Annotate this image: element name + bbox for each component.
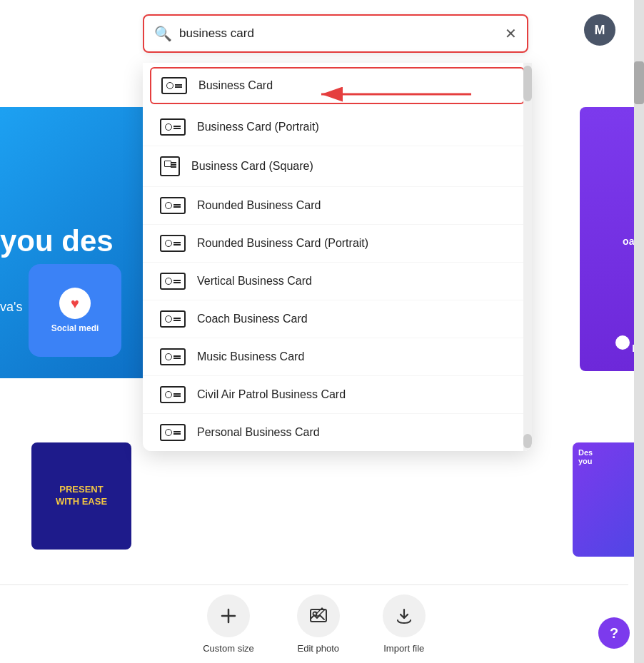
dropdown-scrollbar[interactable] <box>523 63 532 451</box>
search-dropdown: Business Card Business Card (Portrait) B… <box>143 63 532 451</box>
search-icon: 🔍 <box>154 25 172 42</box>
help-button-label: ? <box>610 625 618 642</box>
custom-size-button[interactable]: Custom size <box>203 594 254 654</box>
search-clear-button[interactable]: ✕ <box>505 25 517 42</box>
purple-bottom-card: Desyou <box>573 442 644 557</box>
search-bar[interactable]: 🔍 business card ✕ <box>143 14 528 53</box>
dropdown-item-business-card-square[interactable]: Business Card (Square) <box>143 146 532 187</box>
business-card-portrait-icon <box>160 118 186 136</box>
heart-icon: ♥ <box>59 288 91 319</box>
dropdown-item-label-portrait: Business Card (Portrait) <box>197 121 319 133</box>
edit-photo-label: Edit photo <box>297 643 339 654</box>
rounded-business-card-portrait-icon <box>160 235 186 252</box>
present-text: PRESENTWITH EASE <box>56 484 107 508</box>
bottom-toolbar: Custom size Edit photo Import file <box>0 584 628 663</box>
red-arrow <box>314 80 471 111</box>
dropdown-item-label-rounded: Rounded Business Card <box>197 199 321 212</box>
dropdown-item-personal-business-card[interactable]: Personal Business Card <box>143 414 532 451</box>
rounded-business-card-icon <box>160 197 186 214</box>
scrollbar[interactable] <box>634 0 644 663</box>
dropdown-item-label-coach: Coach Business Card <box>197 313 308 325</box>
avatar[interactable]: M <box>584 14 615 46</box>
import-file-button[interactable]: Import file <box>383 594 426 654</box>
purple-dot <box>615 335 630 350</box>
dropdown-item-music-business-card[interactable]: Music Business Card <box>143 338 532 376</box>
dropdown-item-label-rounded-portrait: Rounded Business Card (Portrait) <box>197 237 368 250</box>
business-card-icon <box>161 77 187 94</box>
vertical-business-card-icon <box>160 273 186 290</box>
dropdown-item-rounded-business-card-portrait[interactable]: Rounded Business Card (Portrait) <box>143 225 532 263</box>
avatar-initial: M <box>595 23 605 38</box>
dropdown-item-business-card-portrait[interactable]: Business Card (Portrait) <box>143 108 532 146</box>
social-media-label: Social medi <box>51 323 99 333</box>
search-input[interactable]: business card <box>179 26 505 41</box>
dropdown-item-vertical-business-card[interactable]: Vertical Business Card <box>143 263 532 300</box>
help-button[interactable]: ? <box>598 617 630 649</box>
coach-business-card-icon <box>160 310 186 328</box>
dropdown-item-label-business-card: Business Card <box>198 79 273 92</box>
music-business-card-icon <box>160 348 186 365</box>
edit-photo-icon <box>297 594 340 637</box>
dropdown-scroll-thumb-bottom[interactable] <box>523 434 532 448</box>
personal-business-card-icon <box>160 424 186 441</box>
custom-size-label: Custom size <box>203 643 254 654</box>
import-file-label: Import file <box>383 643 424 654</box>
dropdown-item-rounded-business-card[interactable]: Rounded Business Card <box>143 187 532 225</box>
dropdown-item-civil-air-patrol-business-card[interactable]: Civil Air Patrol Business Card <box>143 376 532 414</box>
business-card-square-icon <box>160 156 180 176</box>
dropdown-scroll-thumb-top[interactable] <box>523 66 532 101</box>
dropdown-item-label-square: Business Card (Square) <box>191 160 313 173</box>
dropdown-item-label-vertical: Vertical Business Card <box>197 275 312 288</box>
present-card: PRESENTWITH EASE <box>31 442 131 550</box>
social-media-card: ♥ Social medi <box>29 264 121 357</box>
dropdown-item-label-civil-air: Civil Air Patrol Business Card <box>197 388 346 401</box>
dropdown-item-label-music: Music Business Card <box>197 350 304 363</box>
custom-size-icon <box>207 594 250 637</box>
edit-photo-button[interactable]: Edit photo <box>297 594 340 654</box>
civil-air-patrol-business-card-icon <box>160 386 186 403</box>
purple-card-text: Desyou <box>578 448 638 465</box>
import-file-icon <box>383 594 426 637</box>
scrollbar-thumb[interactable] <box>634 61 644 104</box>
dropdown-item-label-personal: Personal Business Card <box>197 426 320 439</box>
dropdown-item-coach-business-card[interactable]: Coach Business Card <box>143 300 532 338</box>
banner-subtext: va's <box>0 300 22 315</box>
banner-text: you des <box>0 225 114 258</box>
